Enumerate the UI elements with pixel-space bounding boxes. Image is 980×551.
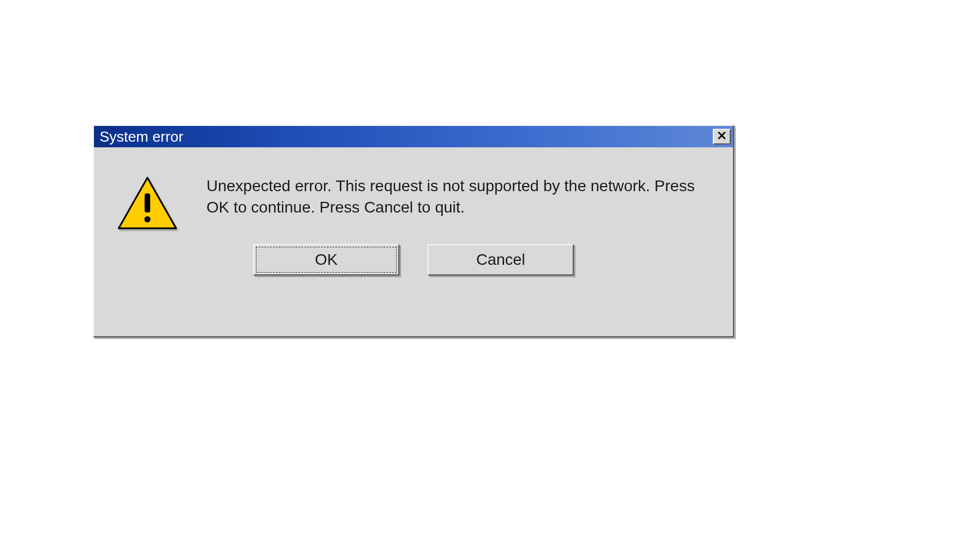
close-button[interactable]: [713, 129, 731, 144]
ok-button[interactable]: OK: [253, 244, 399, 276]
button-row: OK Cancel: [94, 244, 733, 292]
error-message: Unexpected error. This request is not su…: [206, 175, 716, 218]
close-icon: [717, 131, 726, 142]
dialog-title: System error: [100, 128, 183, 146]
titlebar[interactable]: System error: [94, 126, 733, 147]
warning-icon: [116, 175, 178, 233]
dialog-content: Unexpected error. This request is not su…: [94, 147, 733, 244]
cancel-button[interactable]: Cancel: [428, 244, 574, 276]
svg-point-4: [145, 216, 151, 223]
svg-rect-3: [145, 193, 150, 213]
error-dialog: System error Unexpected error. This requ…: [93, 125, 734, 337]
